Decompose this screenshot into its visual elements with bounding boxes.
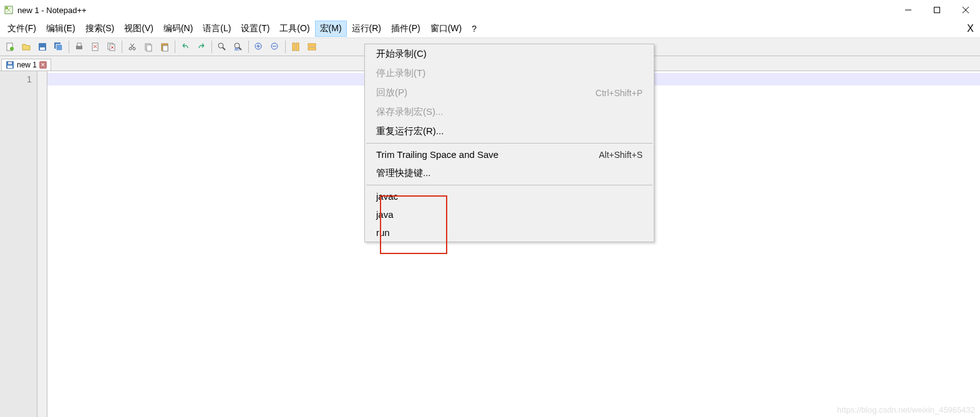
menu-item-7[interactable]: 工具(O) <box>274 21 314 37</box>
svg-rect-3 <box>934 7 940 13</box>
find-icon[interactable] <box>215 39 230 54</box>
svg-rect-28 <box>163 46 168 51</box>
paste-icon[interactable] <box>157 39 172 54</box>
dropdown-item[interactable]: run <box>365 223 654 242</box>
copy-icon[interactable] <box>141 39 156 54</box>
svg-rect-9 <box>40 47 45 50</box>
toolbar-separator <box>175 41 175 53</box>
line-gutter: 1 <box>0 71 37 417</box>
open-file-icon[interactable] <box>19 39 34 54</box>
tab-label: new 1 <box>17 61 37 69</box>
dropdown-item-label: run <box>376 227 390 238</box>
dropdown-item[interactable]: Trim Trailing Space and SaveAlt+Shift+S <box>365 145 654 164</box>
menu-item-9[interactable]: 运行(R) <box>347 21 386 37</box>
svg-rect-40 <box>296 43 299 51</box>
menu-bar: 文件(F)编辑(E)搜索(S)视图(V)编码(N)语言(L)设置(T)工具(O)… <box>0 20 980 37</box>
menu-close-x[interactable]: X <box>967 23 974 34</box>
dropdown-separator <box>366 143 653 144</box>
svg-text:ab: ab <box>235 47 240 51</box>
svg-line-23 <box>131 44 134 47</box>
dropdown-item: 保存录制宏(S)... <box>365 102 654 122</box>
menu-item-1[interactable]: 编辑(E) <box>41 21 80 37</box>
svg-rect-42 <box>308 47 316 50</box>
toolbar-separator <box>248 41 249 53</box>
close-all-icon[interactable] <box>104 39 119 54</box>
svg-line-24 <box>130 44 133 47</box>
svg-rect-39 <box>293 43 295 51</box>
cut-icon[interactable] <box>125 39 140 54</box>
menu-item-12[interactable]: ? <box>467 21 482 36</box>
dropdown-item-label: 开始录制(C) <box>376 48 427 60</box>
dropdown-item[interactable]: java <box>365 205 654 223</box>
menu-item-8[interactable]: 宏(M) <box>315 21 347 37</box>
file-tab[interactable]: new 1 ✕ <box>1 59 51 71</box>
redo-icon[interactable] <box>194 39 209 54</box>
replace-icon[interactable]: ab <box>231 39 246 54</box>
svg-rect-41 <box>308 44 316 46</box>
svg-rect-44 <box>7 66 12 68</box>
dropdown-item-label: javac <box>376 191 398 202</box>
dropdown-item-label: 回放(P) <box>376 87 407 99</box>
dropdown-item: 停止录制(T) <box>365 64 654 83</box>
sync-v-icon[interactable] <box>288 39 303 54</box>
maximize-button[interactable] <box>923 0 951 20</box>
tab-close-icon[interactable]: ✕ <box>39 61 47 69</box>
save-icon[interactable] <box>35 39 50 54</box>
undo-icon[interactable] <box>178 39 193 54</box>
new-file-icon[interactable] <box>2 39 17 54</box>
save-all-icon[interactable] <box>51 39 66 54</box>
app-icon <box>4 5 14 15</box>
dropdown-item[interactable]: javac <box>365 187 654 205</box>
sync-h-icon[interactable] <box>304 39 319 54</box>
dropdown-item[interactable]: 开始录制(C) <box>365 44 654 64</box>
fold-margin <box>37 71 47 417</box>
window-controls <box>894 0 980 20</box>
dropdown-item[interactable]: 重复运行宏(R)... <box>365 122 654 141</box>
dropdown-item[interactable]: 管理快捷键... <box>365 164 654 183</box>
dropdown-item: 回放(P)Ctrl+Shift+P <box>365 83 654 102</box>
dropdown-item-label: 保存录制宏(S)... <box>376 106 444 118</box>
svg-line-30 <box>223 47 225 50</box>
line-number: 1 <box>0 74 32 84</box>
menu-item-10[interactable]: 插件(P) <box>386 21 425 37</box>
svg-rect-26 <box>147 45 152 51</box>
menu-item-6[interactable]: 设置(T) <box>236 21 274 37</box>
svg-point-22 <box>133 47 135 50</box>
dropdown-item-shortcut: Ctrl+Shift+P <box>596 88 643 98</box>
svg-rect-13 <box>77 43 81 46</box>
macro-dropdown: 开始录制(C)停止录制(T)回放(P)Ctrl+Shift+P保存录制宏(S).… <box>364 44 654 242</box>
menu-item-3[interactable]: 视图(V) <box>119 21 158 37</box>
dropdown-item-shortcut: Alt+Shift+S <box>599 150 643 160</box>
menu-item-11[interactable]: 窗口(W) <box>425 21 467 37</box>
toolbar-separator <box>69 41 69 53</box>
toolbar-separator <box>285 41 286 53</box>
watermark: https://blog.csdn.net/weixin_45965432 <box>837 405 975 415</box>
toolbar-separator <box>211 41 212 53</box>
dropdown-item-label: 停止录制(T) <box>376 67 425 79</box>
dropdown-item-label: java <box>376 209 394 220</box>
save-icon <box>6 61 14 69</box>
dropdown-item-label: 管理快捷键... <box>376 167 431 179</box>
svg-rect-1 <box>6 7 8 9</box>
toolbar-separator <box>122 41 122 53</box>
svg-point-21 <box>129 47 132 50</box>
zoom-in-icon[interactable] <box>251 39 266 54</box>
minimize-button[interactable] <box>894 0 923 20</box>
dropdown-separator <box>366 185 653 185</box>
zoom-out-icon[interactable] <box>268 39 283 54</box>
menu-item-5[interactable]: 语言(L) <box>198 21 236 37</box>
menu-item-2[interactable]: 搜索(S) <box>80 21 120 37</box>
menu-item-4[interactable]: 编码(N) <box>158 21 198 37</box>
close-button[interactable] <box>951 0 980 20</box>
window-title: new 1 - Notepad++ <box>17 6 894 15</box>
print-icon[interactable] <box>72 39 87 54</box>
dropdown-item-label: 重复运行宏(R)... <box>376 125 444 137</box>
svg-rect-45 <box>8 62 12 64</box>
svg-point-7 <box>10 47 14 51</box>
svg-rect-11 <box>56 44 62 51</box>
svg-point-29 <box>218 43 223 48</box>
close-icon[interactable] <box>88 39 103 54</box>
title-bar: new 1 - Notepad++ <box>0 0 980 20</box>
dropdown-item-label: Trim Trailing Space and Save <box>376 149 498 160</box>
menu-item-0[interactable]: 文件(F) <box>2 21 41 37</box>
